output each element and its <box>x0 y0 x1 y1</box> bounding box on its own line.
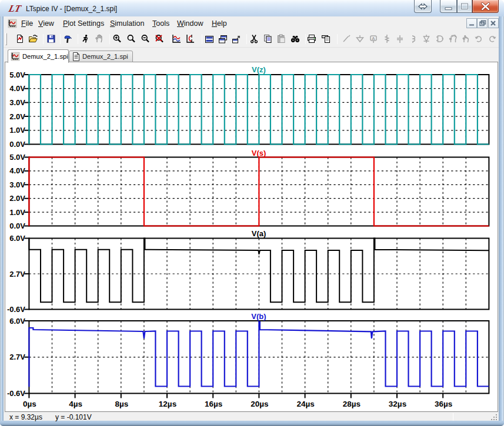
svg-text:0.0V: 0.0V <box>9 222 25 230</box>
svg-text:2.7V: 2.7V <box>9 353 25 361</box>
svg-text:2.0V: 2.0V <box>9 194 25 203</box>
svg-text:2.0V: 2.0V <box>9 112 25 121</box>
svg-text:4.0V: 4.0V <box>9 84 25 93</box>
svg-text:4.0V: 4.0V <box>9 166 25 175</box>
svg-text:V(b): V(b) <box>251 312 266 321</box>
svg-text:5.0V: 5.0V <box>9 153 25 162</box>
svg-text:V(z): V(z) <box>252 65 266 74</box>
svg-text:28µs: 28µs <box>343 400 361 408</box>
svg-text:24µs: 24µs <box>296 400 314 408</box>
svg-text:0.0V: 0.0V <box>9 140 25 149</box>
svg-text:-0.6V: -0.6V <box>7 305 25 314</box>
svg-text:-0.6V: -0.6V <box>7 389 25 398</box>
svg-text:32µs: 32µs <box>389 400 406 408</box>
svg-text:36µs: 36µs <box>435 400 452 408</box>
svg-text:3.0V: 3.0V <box>9 180 25 189</box>
svg-text:20µs: 20µs <box>251 400 268 408</box>
svg-text:V(s): V(s) <box>252 149 266 157</box>
svg-text:8µs: 8µs <box>115 400 128 408</box>
svg-text:V(a): V(a) <box>252 229 266 238</box>
svg-text:3.0V: 3.0V <box>9 98 25 107</box>
svg-text:16µs: 16µs <box>205 400 222 408</box>
svg-text:5.0V: 5.0V <box>9 71 25 79</box>
svg-text:1.0V: 1.0V <box>9 208 25 217</box>
svg-text:1.0V: 1.0V <box>9 126 25 135</box>
svg-text:2.7V: 2.7V <box>9 270 25 279</box>
svg-text:0µs: 0µs <box>23 400 36 408</box>
svg-text:6.0V: 6.0V <box>9 317 25 326</box>
svg-text:4µs: 4µs <box>69 400 82 408</box>
svg-text:12µs: 12µs <box>159 400 176 408</box>
svg-text:6.0V: 6.0V <box>9 234 25 243</box>
